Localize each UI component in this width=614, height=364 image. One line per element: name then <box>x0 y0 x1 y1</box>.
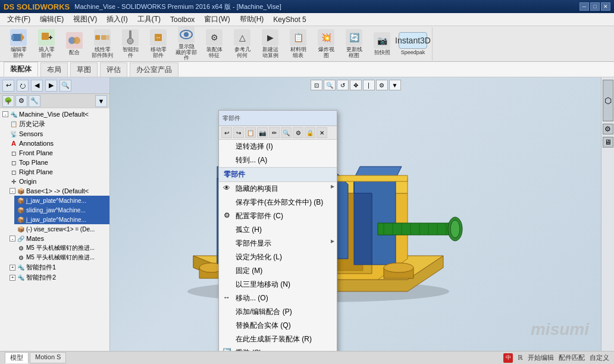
tab-evaluate[interactable]: 评估 <box>100 62 127 77</box>
toolbar-insert-component[interactable]: 插入零部件 <box>33 29 60 59</box>
tree-base[interactable]: - 📦 Base<1> -> (Default< <box>7 186 109 196</box>
vp-zoom-in[interactable]: 🔍 <box>324 80 336 90</box>
status-tab-motion[interactable]: Motion S <box>30 352 66 363</box>
vp-settings[interactable]: ⚙ <box>376 80 388 90</box>
menu-tools[interactable]: 工具(T) <box>133 13 165 26</box>
ctx-replace-mate-entity[interactable]: 替换配合实体 (Q) <box>219 319 337 332</box>
tree-mates[interactable]: - 🔗 Mates <box>7 234 109 243</box>
ctx-configure-component[interactable]: ⚙ 配置零部件 (C) <box>219 209 337 223</box>
ctx-camera-icon[interactable]: 📷 <box>257 127 268 138</box>
ctx-add-edit-mate[interactable]: 添加/编辑配合 (P) <box>219 305 337 319</box>
ctx-new-subassembly[interactable]: 在此生成新子装配体 (R) <box>219 332 337 346</box>
3d-viewport[interactable]: ⊡ 🔍 ↺ ✥ | ⚙ ▼ <box>110 77 601 351</box>
settings-button[interactable]: ⚙ <box>603 124 613 134</box>
toolbar-explode[interactable]: 💥 爆炸视图 <box>312 29 340 59</box>
ctx-isolate[interactable]: 孤立 (H) <box>219 223 337 237</box>
toolbar-move-component[interactable]: ↔ 移动零部件 <box>145 29 172 59</box>
ctx-delete-icon[interactable]: ✕ <box>317 127 327 138</box>
tree-smart-fastener-2[interactable]: + 🔩 智能扣件2 <box>7 272 109 283</box>
toolbar-edit-component[interactable]: 编辑零部件 <box>5 29 32 59</box>
tree-jaw-plate-1[interactable]: 📦 j_jaw_plate^Machine... <box>14 196 109 205</box>
menu-toolbox[interactable]: Toolbox <box>165 14 199 25</box>
tree-smart-fastener-1[interactable]: + 🔩 智能扣件1 <box>7 262 109 272</box>
panel-search-icon[interactable]: 🔍 <box>59 80 71 92</box>
tree-vise-screw[interactable]: 📦 (-) vise_screw<1> = (De... <box>14 224 109 234</box>
menu-insert[interactable]: 插入(I) <box>102 13 132 26</box>
vp-rotate[interactable]: ↺ <box>337 80 349 90</box>
toolbar-ref-geometry[interactable]: △ 参考几何何 <box>228 29 256 59</box>
tree-expand-sf1[interactable]: + <box>10 265 15 271</box>
property-manager-icon[interactable]: ⚙ <box>15 95 27 107</box>
menu-view[interactable]: 视图(V) <box>68 13 102 26</box>
ctx-move[interactable]: ↔ 移动... (O) <box>219 291 337 305</box>
ctx-reload[interactable]: 🔄 重装 (S) <box>219 346 337 351</box>
menu-help[interactable]: 帮助(H) <box>235 13 269 26</box>
vp-more[interactable]: ▼ <box>389 80 401 90</box>
ctx-gear-icon[interactable]: ⚙ <box>293 127 303 138</box>
tree-front-plane[interactable]: ◻ Front Plane <box>7 148 109 158</box>
panel-forward-icon[interactable]: ⭮ <box>17 80 29 92</box>
ctx-hide-items[interactable]: 👁 隐藏的构项目 <box>219 182 337 196</box>
vp-section[interactable]: | <box>363 80 375 90</box>
toolbar-mate[interactable]: 配合 <box>61 29 88 59</box>
feature-manager-icon[interactable]: 🌳 <box>2 95 14 107</box>
toolbar-snapshot[interactable]: 📷 拍快照 <box>368 29 396 59</box>
tab-sketch[interactable]: 草图 <box>70 62 98 77</box>
tree-expand-mates[interactable]: - <box>10 236 15 241</box>
panel-collapse-icon[interactable]: ◀ <box>31 80 43 92</box>
toolbar-assembly-feature[interactable]: ⚙ 装配体特征 <box>201 29 228 59</box>
toolbar-motion-study[interactable]: ▶ 新建运动算例 <box>256 29 284 59</box>
tree-sliding-jaw[interactable]: 📦 sliding_jaw^Machine... <box>14 205 109 215</box>
tree-root[interactable]: - 🔩 Machine_Vise (Default< <box>0 109 109 119</box>
ctx-goto[interactable]: 转到... (A) <box>219 153 337 167</box>
ctx-edit-icon[interactable]: ✏ <box>269 127 280 138</box>
close-button[interactable]: ✕ <box>601 2 610 11</box>
panel-expand-icon[interactable]: ▶ <box>45 80 57 92</box>
menu-edit[interactable]: 编辑(E) <box>35 13 68 26</box>
tab-assembly[interactable]: 装配体 <box>4 62 38 77</box>
ctx-reverse-select[interactable]: 逆转选择 (I) <box>219 140 337 153</box>
menu-window[interactable]: 窗口(W) <box>199 13 234 26</box>
tree-m5-bolt-1[interactable]: ⚙ M5 平头机械螺钉的推进... <box>14 243 109 253</box>
vp-pan[interactable]: ✥ <box>350 80 362 90</box>
vp-zoom-to-fit[interactable]: ⊡ <box>311 80 322 90</box>
tree-origin[interactable]: ✛ Origin <box>7 177 109 186</box>
ctx-copy-icon[interactable]: 📋 <box>245 127 256 138</box>
toolbar-instant3d[interactable]: Instant3D Speedpak <box>396 29 430 59</box>
tree-jaw-plate-2[interactable]: 📦 j_jaw_plate^Machine... <box>14 215 109 224</box>
toolbar-linear-pattern[interactable]: 线性零部件阵列 <box>89 29 116 59</box>
tab-office[interactable]: 办公室产品 <box>130 62 178 77</box>
status-cn-icon[interactable]: 中 <box>503 353 513 363</box>
ctx-undo-icon[interactable]: ↩ <box>221 127 232 138</box>
toolbar-show-hide[interactable]: 显示隐藏的零部件 <box>173 29 200 59</box>
toolbar-bom[interactable]: 📋 材料明细表 <box>284 29 312 59</box>
ctx-lock-icon[interactable]: 🔒 <box>305 127 315 138</box>
tree-annotations[interactable]: A Annotations <box>7 139 109 148</box>
config-manager-icon[interactable]: 🔧 <box>29 95 40 107</box>
panel-back-icon[interactable]: ↩ <box>2 80 14 92</box>
toolbar-smart-fasteners[interactable]: 智能扣件 <box>117 29 144 59</box>
ctx-search-icon[interactable]: 🔍 <box>281 127 292 138</box>
tree-top-plane[interactable]: ◻ Top Plane <box>7 158 109 167</box>
menu-file[interactable]: 文件(F) <box>2 13 35 26</box>
filter-icon[interactable]: ▼ <box>95 95 107 107</box>
monitor-button[interactable]: 🖥 <box>603 137 613 148</box>
tree-history[interactable]: 📋 历史记录 <box>7 119 109 129</box>
ctx-redo-icon[interactable]: ↪ <box>233 127 244 138</box>
ctx-move-triad[interactable]: 以三里地移动 (N) <box>219 278 337 291</box>
tree-m5-bolt-2[interactable]: ⚙ M5 平头机械螺钉的推进... <box>14 253 109 262</box>
ctx-component-display[interactable]: 零部件显示 <box>219 237 337 250</box>
minimize-button[interactable]: ─ <box>579 2 589 11</box>
tree-right-plane[interactable]: ◻ Right Plane <box>7 167 109 177</box>
tree-expand-sf2[interactable]: + <box>10 275 15 281</box>
status-tab-model[interactable]: 模型 <box>5 352 29 363</box>
toolbar-update-wireframe[interactable]: 🔄 更新线框图 <box>340 29 368 59</box>
ctx-set-lightweight[interactable]: 设定为轻化 (L) <box>219 250 337 264</box>
tree-expand-base[interactable]: - <box>10 188 15 194</box>
menu-keyshot[interactable]: KeyShot 5 <box>268 14 311 25</box>
share-button[interactable]: ⬡ <box>603 80 613 121</box>
ctx-fix[interactable]: 固定 (M) <box>219 264 337 278</box>
ctx-save-part[interactable]: 保存零件(在外部文件中) (B) <box>219 196 337 209</box>
tree-sensors[interactable]: 📡 Sensors <box>7 129 109 139</box>
tree-expand-root[interactable]: - <box>2 111 8 117</box>
